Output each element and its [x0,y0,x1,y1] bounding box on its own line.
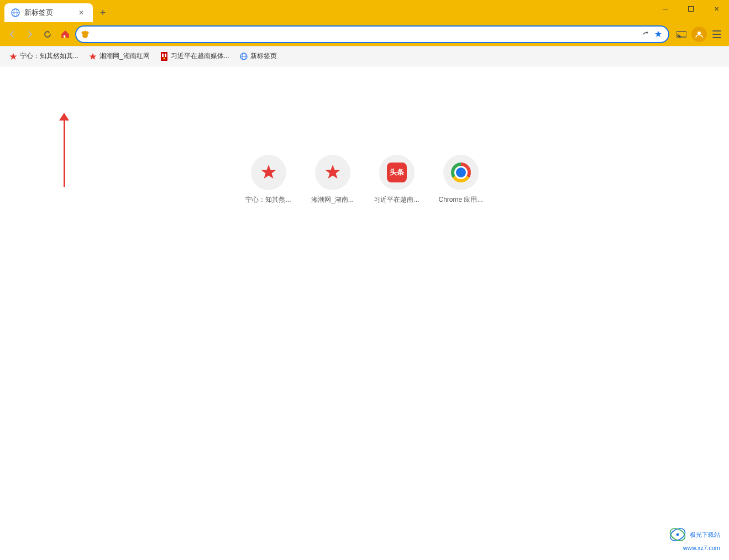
svg-point-12 [697,32,701,35]
bookmark-label-1: 宁心：知其然如其... [20,51,78,61]
svg-rect-6 [64,35,65,38]
bookmarks-bar: 宁心：知其然如其... 湘潮网_湖南红网 ★ 习近平在越南媒体... [0,46,729,66]
shortcut-label-3: 习近平在越南... [374,196,419,205]
bookmark-item-4[interactable]: 新标签页 [235,49,281,63]
svg-marker-16 [10,53,17,60]
content-area: 宁心：知其然... 湘潮网_湖南... 头条 习近平在越南... Chrome … [0,66,729,560]
address-actions [639,29,664,40]
shortcut-icon-wrap-1 [251,155,286,190]
svg-marker-30 [325,165,340,179]
shortcut-4[interactable]: Chrome 应用... [436,155,486,205]
shortcut-1[interactable]: 宁心：知其然... [243,155,294,205]
shortcut-icon-wrap-2 [315,155,350,190]
bookmark-item-2[interactable]: 湘潮网_湖南红网 [84,49,154,63]
arrow-line [64,121,65,187]
new-tab-button[interactable]: + [95,5,111,20]
watermark-logo: 极光下载站 [669,526,720,543]
minimize-button[interactable] [653,0,678,18]
bookmark-favicon-2 [88,52,97,61]
shortcut-2[interactable]: 湘潮网_湖南... [307,155,358,205]
shortcut-icon-wrap-3: 头条 [379,155,415,190]
shortcut-icon-wrap-4 [443,155,479,190]
browser-actions [674,27,725,42]
home-button[interactable] [57,27,73,42]
share-icon[interactable] [639,29,651,40]
bookmark-favicon-3: ★ [160,52,169,61]
svg-rect-15 [712,37,721,38]
bookmark-favicon-4 [239,52,248,61]
close-button[interactable]: ✕ [704,0,729,18]
bookmark-icon[interactable] [653,29,664,40]
svg-marker-29 [261,165,276,179]
svg-text:★: ★ [162,56,166,60]
shortcuts-grid: 宁心：知其然... 湘潮网_湖南... 头条 习近平在越南... Chrome … [243,155,486,205]
watermark: 极光下载站 www.xz7.com [669,526,720,551]
watermark-url: www.xz7.com [683,545,720,551]
bookmark-label-4: 新标签页 [250,51,277,61]
title-bar: 新标签页 ✕ + ✕ [0,0,729,22]
window-controls: ✕ [653,0,729,18]
shortcut-label-4: Chrome 应用... [438,196,482,205]
tab-close-button[interactable]: ✕ [76,8,86,18]
svg-rect-3 [663,9,668,9]
svg-rect-11 [676,32,686,37]
profile-button[interactable] [691,27,707,42]
shortcut-3[interactable]: 头条 习近平在越南... [371,155,422,205]
bookmark-item-1[interactable]: 宁心：知其然如其... [4,49,83,63]
toolbar [0,22,729,46]
address-bar[interactable] [75,25,669,43]
forward-button[interactable] [22,27,38,42]
bookmark-label-3: 习近平在越南媒体... [171,51,229,61]
svg-rect-14 [712,34,721,35]
svg-point-10 [84,30,87,33]
arrow-indicator [59,113,69,187]
watermark-site: 极光下载站 [690,531,720,539]
toutiao-icon: 头条 [387,163,407,182]
svg-rect-4 [689,7,694,12]
shortcut-label-2: 湘潮网_湖南... [311,196,354,205]
menu-button[interactable] [709,27,725,42]
chrome-icon [451,163,471,182]
svg-marker-17 [90,53,97,60]
arrow-head [59,113,69,121]
refresh-button[interactable] [40,27,55,42]
back-button[interactable] [4,27,20,42]
shortcut-label-1: 宁心：知其然... [245,196,291,205]
svg-marker-5 [48,31,50,33]
bookmark-label-2: 湘潮网_湖南红网 [99,51,150,61]
tab-strip: 新标签页 ✕ + [4,3,729,22]
tab-title: 新标签页 [24,8,72,18]
active-tab[interactable]: 新标签页 ✕ [4,3,93,22]
bookmark-item-3[interactable]: ★ 习近平在越南媒体... [155,49,234,63]
svg-rect-13 [712,30,721,32]
svg-point-33 [676,533,679,536]
bookmark-favicon-1 [9,52,18,61]
cast-button[interactable] [674,27,689,42]
address-input[interactable] [93,30,636,39]
address-favicon [81,30,90,39]
maximize-button[interactable] [678,0,704,18]
tab-favicon [11,8,20,17]
